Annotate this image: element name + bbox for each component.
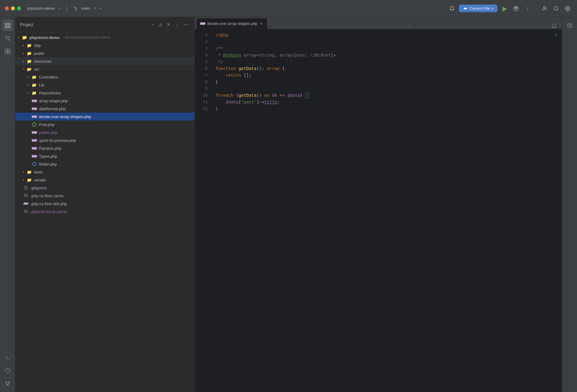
right-db-icon[interactable] (564, 20, 575, 31)
minimize-button[interactable] (11, 6, 15, 10)
run-config-button[interactable]: PHP Current File ▾ (459, 5, 498, 12)
tree-item-phpcs-dist[interactable]: PHP .php-cs-fixer.dist.php (15, 200, 194, 208)
tree-item-src[interactable]: 📂 src (15, 65, 194, 73)
code-line-9 (215, 85, 551, 92)
tree-item-lib[interactable]: 📁 Lib (15, 81, 194, 89)
separator (536, 5, 536, 12)
editor-tab-iterate[interactable]: PHP iterate-over-array-shapes.php ✕ (196, 18, 268, 29)
public-name: public (34, 51, 44, 56)
sidebar-item-vcs[interactable] (2, 378, 13, 389)
tree-item-tests[interactable]: 📁 tests (15, 168, 194, 176)
checkmark-icon: ✓ (555, 32, 558, 38)
tree-item-random[interactable]: PHP Random.php (15, 144, 194, 152)
branch-name: main (81, 6, 90, 11)
svg-rect-17 (5, 26, 7, 28)
sidebar-chevron: ▾ (152, 23, 154, 26)
tree-item-public[interactable]: 📁 public (15, 49, 194, 57)
sidebar-header: Project ▾ ⊿ ✕ ⋮ — (15, 17, 194, 32)
tree-item-iterate[interactable]: PHP iterate-over-array-shapes.php (15, 113, 194, 121)
public-folder-icon: 📁 (27, 51, 32, 56)
tree-item-http[interactable]: 📁 http (15, 41, 194, 49)
svg-point-31 (5, 381, 7, 383)
branch-chevron[interactable]: ▾ (100, 7, 101, 10)
code-line-4: * @return array<string, array{post: \JB\… (215, 52, 551, 58)
src-folder-icon: 📂 (27, 67, 32, 72)
tree-item-phpcs-cache[interactable]: .php-cs-fixer.cache (15, 192, 194, 200)
tree-item-quick-fix[interactable]: PHP quick-fix-preview.php (15, 136, 194, 144)
phpunit-cache-icon (23, 209, 29, 214)
writer-name: Writer.php (39, 162, 57, 166)
more-button[interactable]: ⋮ (523, 4, 532, 13)
svg-point-6 (453, 6, 454, 8)
tree-item-vendor[interactable]: 📁 vendor (15, 176, 194, 184)
bell-icon[interactable] (551, 23, 557, 29)
tree-item-phpunit-cache[interactable]: .phpunit.result.cache (15, 208, 194, 215)
sidebar-more-icon[interactable]: ⋮ (174, 21, 180, 28)
tree-item-controllers[interactable]: 📁 Controllers (15, 73, 194, 81)
tab-more-icon[interactable]: ⋮ (407, 23, 412, 29)
sidebar-item-terminal[interactable] (2, 352, 13, 363)
editor-bell (551, 23, 561, 29)
svg-point-32 (8, 381, 10, 383)
tree-item-psalm[interactable]: PHP psalm.php (15, 128, 194, 136)
project-chevron[interactable]: ▾ (58, 7, 60, 10)
project-sidebar: Project ▾ ⊿ ✕ ⋮ — 📁 phpstorm-demo ~/Down… (15, 17, 195, 392)
tree-item-array-shape[interactable]: PHP array-shape.php (15, 97, 194, 105)
code-line-10: foreach (getData() as $k => $data) { (215, 92, 551, 99)
root-chevron (16, 35, 21, 40)
svg-point-41 (568, 23, 572, 25)
vendor-folder-icon: 📁 (27, 178, 32, 182)
tree-item-gitignore[interactable]: .gitignore (15, 184, 194, 192)
svg-point-20 (8, 39, 10, 40)
gitignore-file-icon (23, 186, 29, 190)
run-button[interactable]: ▶ (500, 4, 509, 13)
maximize-button[interactable] (17, 6, 21, 10)
tree-item-dateformat[interactable]: PHP dateformat.php (15, 105, 194, 113)
sidebar-minimize-icon[interactable]: — (183, 21, 190, 28)
tree-item-root[interactable]: 📁 phpstorm-demo ~/Downloads/phpstorm-dem… (15, 33, 194, 41)
public-chevron (21, 51, 26, 55)
array-shape-name: array-shape.php (39, 99, 68, 103)
account-button[interactable] (540, 4, 549, 13)
tab-php-badge: PHP (200, 22, 205, 25)
sidebar-item-git[interactable] (2, 33, 13, 44)
tests-name: tests (34, 170, 42, 174)
sidebar-expand-icon[interactable]: ⊿ (157, 21, 163, 28)
svg-point-19 (5, 36, 7, 38)
sidebar-item-components[interactable] (2, 46, 13, 57)
svg-rect-24 (5, 52, 7, 54)
settings-button[interactable] (563, 4, 572, 13)
sidebar-item-project[interactable] (2, 20, 13, 31)
controllers-folder-icon: 📁 (32, 75, 37, 79)
sidebar-close-icon[interactable]: ✕ (166, 21, 171, 28)
tab-close-button[interactable]: ✕ (259, 21, 264, 26)
vendor-name: vendor (34, 178, 46, 182)
types-file-icon: PHP (32, 154, 37, 158)
notifications-button[interactable] (447, 4, 456, 13)
psalm-name: psalm.php (39, 130, 57, 135)
tests-chevron (21, 170, 26, 174)
tree-item-writer[interactable]: Writer.php (15, 160, 194, 168)
root-path: ~/Downloads/phpstorm-demo (63, 35, 110, 40)
post-name: Post.php (39, 122, 54, 127)
repositories-name: Repositories (39, 91, 61, 95)
tree-item-types[interactable]: PHP Types.php (15, 152, 194, 160)
run-config-chevron: ▾ (492, 7, 493, 10)
close-button[interactable] (5, 6, 9, 10)
project-name-label: phpstorm-demo (27, 6, 55, 11)
svg-point-12 (554, 6, 558, 10)
random-name: Random.php (39, 146, 61, 151)
tree-item-repositories[interactable]: 📁 Repositories (15, 89, 194, 97)
code-editor[interactable]: 1 2 3 4 5 6 7 8 9 10 11 12 <?php (195, 29, 562, 392)
http-folder-icon: 📁 (27, 43, 32, 48)
tree-item-resources[interactable]: 📁 resources (15, 57, 194, 65)
svg-rect-22 (5, 49, 7, 51)
activity-bar (0, 17, 15, 392)
tree-item-post[interactable]: Post.php (15, 121, 194, 128)
code-content[interactable]: <?php /** * @return array<string, array{… (211, 29, 551, 392)
psalm-file-icon: PHP (32, 130, 37, 135)
search-everywhere-button[interactable] (551, 4, 561, 13)
sidebar-item-problems[interactable] (2, 365, 13, 376)
iterate-file-icon: PHP (32, 114, 37, 119)
debug-button[interactable] (512, 4, 521, 13)
